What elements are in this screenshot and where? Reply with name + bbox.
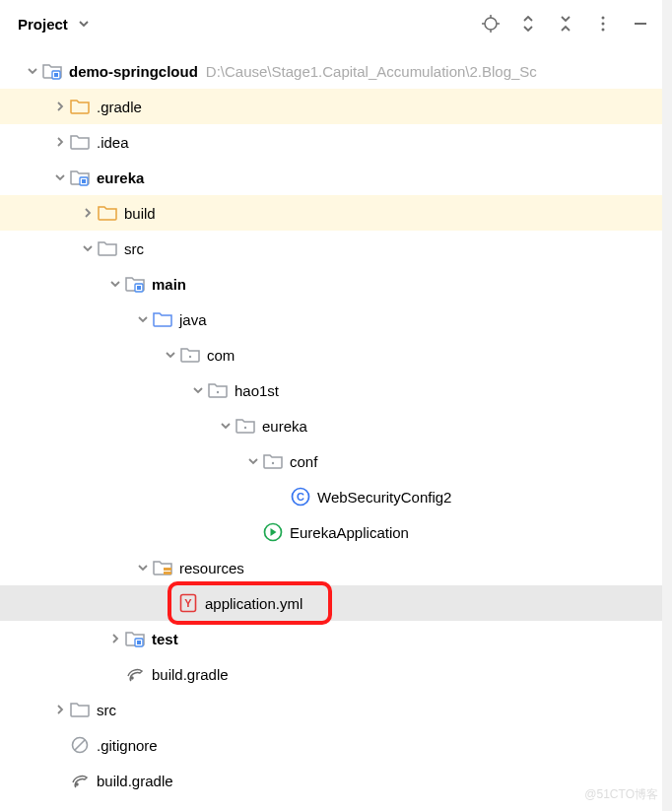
node-label: EurekaApplication: [290, 524, 409, 541]
more-icon[interactable]: [593, 14, 613, 34]
svg-line-30: [75, 740, 85, 750]
class-icon: C: [290, 486, 311, 507]
node-label: test: [152, 631, 178, 647]
svg-rect-14: [137, 286, 141, 290]
node-label: src: [124, 240, 144, 257]
tree-node-src[interactable]: src: [0, 231, 662, 266]
gradle-file-icon: [69, 770, 91, 791]
source-folder-icon: [152, 308, 173, 330]
watermark: @51CTO博客: [584, 786, 658, 803]
svg-text:Y: Y: [184, 597, 192, 609]
svg-point-16: [217, 391, 219, 393]
chevron-down-icon[interactable]: [162, 346, 179, 364]
node-label: demo-springcloud: [69, 63, 198, 80]
svg-point-6: [602, 23, 605, 26]
tree-node-gradle[interactable]: .gradle: [0, 89, 662, 124]
chevron-right-icon[interactable]: [51, 133, 69, 151]
chevron-down-icon[interactable]: [189, 381, 207, 399]
chevron-down-icon[interactable]: [24, 62, 41, 80]
yaml-file-icon: Y: [177, 592, 199, 614]
node-label: conf: [290, 453, 317, 470]
panel-header: Project: [0, 0, 662, 47]
collapse-icon[interactable]: [556, 14, 575, 34]
chevron-down-icon[interactable]: [244, 452, 262, 470]
tree-node-websecurity[interactable]: C WebSecurityConfig2: [0, 479, 662, 514]
tree-node-gitignore[interactable]: .gitignore: [0, 727, 662, 763]
node-path: D:\Cause\Stage1.Capital_Accumulation\2.B…: [206, 63, 537, 80]
svg-point-18: [272, 462, 274, 464]
tree-node-eureka-pkg[interactable]: eureka: [0, 408, 662, 443]
minimize-icon[interactable]: [631, 14, 650, 34]
tree-node-test[interactable]: test: [0, 621, 662, 656]
tree-node-buildgradle2[interactable]: build.gradle: [0, 763, 662, 798]
tree-node-src2[interactable]: src: [0, 692, 662, 727]
svg-point-28: [131, 677, 133, 679]
folder-icon: [97, 237, 118, 259]
tree-node-java[interactable]: java: [0, 302, 662, 337]
svg-point-31: [76, 783, 78, 785]
chevron-down-icon[interactable]: [51, 169, 69, 186]
ignore-file-icon: [69, 734, 91, 756]
svg-point-0: [485, 18, 497, 30]
node-label: com: [207, 347, 235, 364]
node-label: .gradle: [97, 99, 142, 115]
package-icon: [235, 415, 256, 437]
target-icon[interactable]: [481, 14, 501, 34]
tree-node-build[interactable]: build: [0, 195, 662, 231]
node-label: build.gradle: [97, 773, 173, 789]
folder-icon: [97, 202, 118, 224]
tree-node-appyml[interactable]: Y application.yml: [0, 585, 662, 621]
chevron-down-icon[interactable]: [134, 310, 152, 328]
node-label: application.yml: [205, 595, 302, 612]
package-icon: [262, 450, 284, 472]
module-folder-icon: [69, 167, 91, 188]
tree-node-eureka[interactable]: eureka: [0, 160, 662, 195]
callout-highlight: Y application.yml: [168, 581, 332, 625]
run-class-icon: [262, 521, 284, 543]
tree-node-buildgradle[interactable]: build.gradle: [0, 656, 662, 692]
svg-rect-27: [137, 641, 141, 644]
node-label: .gitignore: [97, 737, 158, 754]
node-label: main: [152, 276, 186, 293]
package-icon: [207, 379, 229, 401]
svg-rect-10: [54, 73, 58, 77]
tree-node-root[interactable]: demo-springcloud D:\Cause\Stage1.Capital…: [0, 53, 662, 89]
svg-rect-23: [164, 572, 171, 574]
tree-node-idea[interactable]: .idea: [0, 124, 662, 160]
module-folder-icon: [124, 273, 146, 295]
node-label: build.gradle: [152, 666, 229, 683]
chevron-right-icon[interactable]: [79, 204, 97, 222]
project-tree[interactable]: demo-springcloud D:\Cause\Stage1.Capital…: [0, 47, 662, 811]
tree-node-main[interactable]: main: [0, 266, 662, 302]
tree-node-hao1st[interactable]: hao1st: [0, 372, 662, 408]
chevron-down-icon[interactable]: [217, 417, 235, 435]
node-label: build: [124, 205, 156, 222]
chevron-down-icon[interactable]: [79, 239, 97, 257]
chevron-down-icon[interactable]: [134, 559, 152, 576]
tree-node-eurekaapp[interactable]: EurekaApplication: [0, 514, 662, 550]
node-label: WebSecurityConfig2: [317, 489, 451, 506]
chevron-right-icon[interactable]: [51, 98, 69, 115]
node-label: src: [97, 702, 116, 718]
chevron-down-icon[interactable]: [106, 275, 124, 293]
expand-icon[interactable]: [518, 14, 538, 34]
panel-title-group[interactable]: Project: [18, 14, 94, 34]
tree-node-conf[interactable]: conf: [0, 443, 662, 479]
node-label: .idea: [97, 134, 129, 151]
package-icon: [179, 344, 201, 366]
module-folder-icon: [41, 60, 63, 82]
chevron-right-icon[interactable]: [51, 701, 69, 718]
node-label: hao1st: [235, 382, 279, 399]
node-label: java: [179, 311, 207, 328]
tree-node-resources[interactable]: resources: [0, 550, 662, 585]
chevron-right-icon[interactable]: [106, 630, 124, 647]
module-folder-icon: [124, 628, 146, 649]
node-label: resources: [179, 560, 244, 576]
panel-title: Project: [18, 16, 68, 33]
svg-rect-12: [82, 179, 86, 183]
tree-node-com[interactable]: com: [0, 337, 662, 372]
folder-icon: [69, 699, 91, 720]
svg-text:C: C: [297, 491, 304, 503]
svg-point-7: [602, 29, 605, 32]
svg-point-15: [189, 356, 191, 358]
